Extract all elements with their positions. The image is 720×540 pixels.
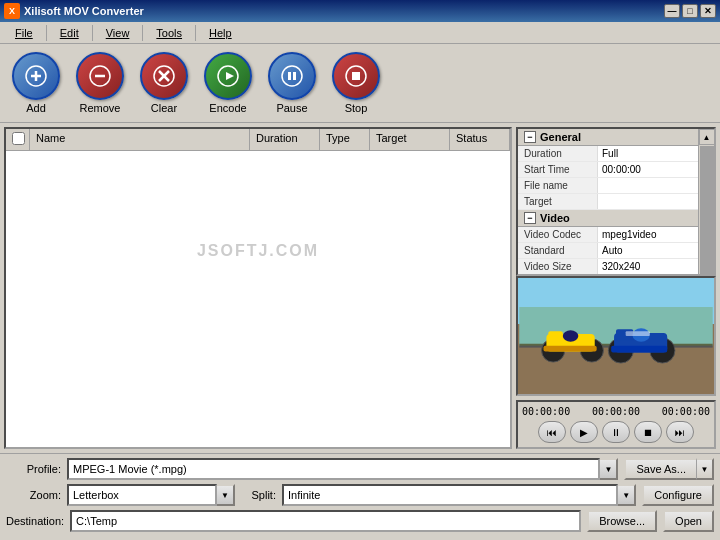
- menu-help[interactable]: Help: [198, 24, 243, 42]
- split-label: Split:: [241, 489, 276, 501]
- menu-bar: File Edit View Tools Help: [0, 22, 720, 44]
- prop-row-videosize: Video Size 320x240: [518, 259, 698, 275]
- col-target-header: Target: [370, 129, 450, 150]
- col-name-header: Name: [30, 129, 250, 150]
- stop-playback-button[interactable]: ⏹: [634, 421, 662, 443]
- menu-edit[interactable]: Edit: [49, 24, 90, 42]
- encode-button[interactable]: Encode: [200, 50, 256, 116]
- svg-rect-22: [548, 331, 563, 341]
- clear-button[interactable]: Clear: [136, 50, 192, 116]
- save-as-dropdown-arrow[interactable]: ▼: [696, 458, 714, 480]
- prop-row-target: Target: [518, 194, 698, 210]
- destination-label: Destination:: [6, 515, 64, 527]
- open-button[interactable]: Open: [663, 510, 714, 532]
- preview-panel: [516, 276, 716, 396]
- toolbar: Add Remove Clear Encode Pause Stop: [0, 44, 720, 123]
- time-display-1: 00:00:00: [522, 406, 570, 417]
- split-dropdown-arrow[interactable]: ▼: [618, 484, 636, 506]
- add-icon: [12, 52, 60, 100]
- svg-point-23: [563, 330, 578, 342]
- fast-forward-button[interactable]: ⏭: [666, 421, 694, 443]
- add-button[interactable]: Add: [8, 50, 64, 116]
- file-list: Name Duration Type Target Status JSOFTJ.…: [4, 127, 512, 449]
- title-bar: X Xilisoft MOV Converter — □ ✕: [0, 0, 720, 22]
- scrollbar-thumb[interactable]: [700, 146, 714, 276]
- zoom-input[interactable]: [67, 484, 217, 506]
- zoom-dropdown-arrow[interactable]: ▼: [217, 484, 235, 506]
- svg-rect-14: [352, 72, 360, 80]
- col-type-header: Type: [320, 129, 370, 150]
- clear-icon: [140, 52, 188, 100]
- col-duration-header: Duration: [250, 129, 320, 150]
- profile-label: Profile:: [6, 463, 61, 475]
- menu-file[interactable]: File: [4, 24, 44, 42]
- remove-label: Remove: [80, 102, 121, 114]
- minimize-button[interactable]: —: [664, 4, 680, 18]
- col-status-header: Status: [450, 129, 510, 150]
- watermark: JSOFTJ.COM: [6, 151, 510, 351]
- profile-dropdown-arrow[interactable]: ▼: [600, 458, 618, 480]
- profile-input[interactable]: [67, 458, 600, 480]
- svg-marker-9: [226, 72, 234, 80]
- prop-row-starttime: Start Time 00:00:00: [518, 162, 698, 178]
- video-collapse-btn[interactable]: −: [524, 212, 536, 224]
- pause-button[interactable]: Pause: [264, 50, 320, 116]
- bottom-area: Profile: ▼ Save As... ▼ Zoom: ▼ Split: ▼…: [0, 453, 720, 540]
- browse-button[interactable]: Browse...: [587, 510, 657, 532]
- save-as-split-button[interactable]: Save As... ▼: [624, 458, 714, 480]
- app-title: Xilisoft MOV Converter: [24, 5, 144, 17]
- split-input[interactable]: [282, 484, 618, 506]
- stop-icon: [332, 52, 380, 100]
- time-display-2: 00:00:00: [592, 406, 640, 417]
- pause-label: Pause: [276, 102, 307, 114]
- rewind-to-start-button[interactable]: ⏮: [538, 421, 566, 443]
- svg-rect-24: [544, 346, 597, 352]
- prop-row-duration: Duration Full: [518, 146, 698, 162]
- remove-icon: [76, 52, 124, 100]
- menu-tools[interactable]: Tools: [145, 24, 193, 42]
- svg-rect-11: [288, 72, 291, 80]
- time-display-3: 00:00:00: [662, 406, 710, 417]
- pause-playback-button[interactable]: ⏸: [602, 421, 630, 443]
- stop-button[interactable]: Stop: [328, 50, 384, 116]
- prop-row-standard: Standard Auto: [518, 243, 698, 259]
- svg-rect-12: [293, 72, 296, 80]
- svg-point-10: [282, 66, 302, 86]
- encode-label: Encode: [209, 102, 246, 114]
- pause-icon: [268, 52, 316, 100]
- app-icon: X: [4, 3, 20, 19]
- general-collapse-btn[interactable]: −: [524, 131, 536, 143]
- scrollbar-up[interactable]: ▲: [699, 129, 715, 145]
- svg-rect-30: [611, 346, 667, 353]
- svg-rect-31: [626, 331, 650, 336]
- properties-scrollbar[interactable]: ▲ ▼: [698, 129, 714, 276]
- close-button[interactable]: ✕: [700, 4, 716, 18]
- playback-bar: 00:00:00 00:00:00 00:00:00 ⏮ ▶ ⏸ ⏹ ⏭: [516, 400, 716, 449]
- remove-button[interactable]: Remove: [72, 50, 128, 116]
- prop-row-codec: Video Codec mpeg1video: [518, 227, 698, 243]
- prop-row-filename: File name: [518, 178, 698, 194]
- save-as-button[interactable]: Save As...: [624, 458, 696, 480]
- zoom-combo[interactable]: ▼: [67, 484, 235, 506]
- menu-view[interactable]: View: [95, 24, 141, 42]
- configure-button[interactable]: Configure: [642, 484, 714, 506]
- play-button[interactable]: ▶: [570, 421, 598, 443]
- file-list-header: Name Duration Type Target Status: [6, 129, 510, 151]
- split-combo[interactable]: ▼: [282, 484, 636, 506]
- clear-label: Clear: [151, 102, 177, 114]
- stop-label: Stop: [345, 102, 368, 114]
- select-all-checkbox[interactable]: [12, 132, 25, 145]
- general-section-header: − General: [518, 129, 698, 146]
- zoom-label: Zoom:: [6, 489, 61, 501]
- maximize-button[interactable]: □: [682, 4, 698, 18]
- profile-combo[interactable]: ▼: [67, 458, 618, 480]
- destination-input[interactable]: [70, 510, 581, 532]
- video-section-header: − Video: [518, 210, 698, 227]
- add-label: Add: [26, 102, 46, 114]
- properties-panel: − General Duration Full Start Time 00:00…: [516, 127, 716, 276]
- encode-icon: [204, 52, 252, 100]
